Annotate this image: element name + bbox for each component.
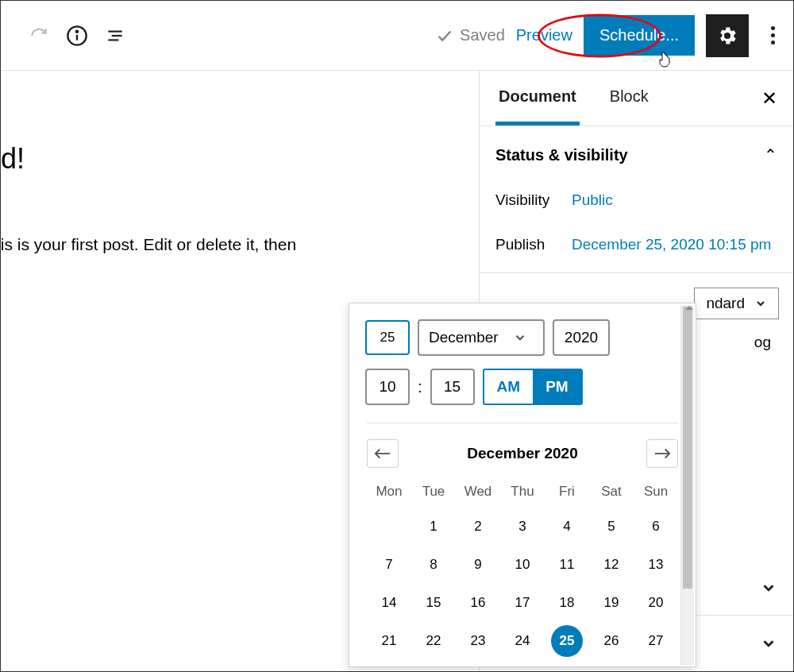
settings-button[interactable] (706, 14, 749, 57)
publish-label: Publish (495, 236, 572, 253)
redo-button[interactable] (25, 21, 53, 50)
calendar-day[interactable]: 6 (634, 511, 678, 543)
calendar-day[interactable]: 15 (411, 587, 456, 619)
year-input[interactable] (553, 319, 610, 356)
post-format-select[interactable]: ndard (694, 288, 779, 319)
calendar-grid: Mon Tue Wed Thu Fri Sat Sun 1 2 3 4 5 6 … (349, 474, 696, 666)
calendar-day[interactable]: 17 (500, 587, 545, 619)
pm-option[interactable]: PM (533, 370, 581, 404)
calendar-month-title: December 2020 (467, 445, 577, 462)
calendar-day[interactable]: 24 (500, 625, 545, 657)
dow: Thu (500, 479, 545, 504)
calendar-day[interactable]: 16 (456, 587, 500, 619)
calendar-day[interactable]: 3 (500, 511, 545, 543)
calendar-day[interactable]: 27 (634, 625, 678, 657)
am-option[interactable]: AM (484, 370, 534, 404)
datetime-popover: December : AM PM December 2020 Mon Tue W… (349, 303, 696, 667)
month-select[interactable]: December (418, 319, 545, 356)
tab-document[interactable]: Document (495, 71, 580, 126)
calendar-day[interactable]: 18 (545, 587, 589, 619)
calendar-day[interactable]: 22 (411, 625, 456, 657)
calendar-day[interactable]: 2 (456, 511, 500, 543)
calendar-day[interactable]: 12 (589, 549, 634, 581)
more-menu-button[interactable] (760, 17, 785, 55)
chevron-up-icon: ⌃ (764, 145, 777, 164)
dow: Fri (545, 479, 589, 504)
tab-block[interactable]: Block (607, 71, 652, 126)
svg-point-2 (76, 30, 78, 32)
visibility-label: Visibility (495, 191, 572, 209)
calendar-day[interactable]: 1 (411, 511, 456, 543)
preview-link[interactable]: Preview (516, 26, 572, 44)
calendar-day[interactable]: 5 (589, 511, 634, 543)
calendar-day[interactable]: 7 (367, 549, 411, 581)
calendar-day[interactable]: 14 (367, 587, 411, 619)
visibility-value[interactable]: Public (572, 191, 613, 209)
prev-month-button[interactable] (367, 439, 399, 468)
next-month-button[interactable] (646, 439, 678, 468)
panel-header[interactable]: Status & visibility ⌃ (495, 145, 777, 164)
dow: Tue (411, 479, 456, 504)
post-title[interactable]: d! (1, 142, 479, 176)
panel-title: Status & visibility (495, 146, 628, 164)
calendar-day[interactable]: 10 (500, 549, 545, 581)
editor-toolbar: Saved Preview Schedule... (1, 1, 793, 71)
ampm-toggle[interactable]: AM PM (483, 369, 583, 405)
calendar-day[interactable]: 20 (634, 587, 678, 619)
dow: Sat (589, 479, 634, 504)
format-value: ndard (706, 295, 745, 312)
panel-status-visibility: Status & visibility ⌃ Visibility Public … (480, 126, 793, 273)
dow: Wed (456, 479, 500, 504)
dow: Sun (634, 479, 678, 504)
hour-input[interactable] (365, 369, 410, 405)
saved-label: Saved (460, 26, 505, 44)
day-input[interactable] (365, 320, 410, 355)
calendar-day[interactable]: 13 (634, 549, 678, 581)
post-content[interactable]: ordPress. This is your first post. Edit … (1, 231, 479, 258)
info-icon[interactable] (63, 21, 91, 50)
calendar-day[interactable]: 23 (456, 625, 500, 657)
calendar-day[interactable]: 11 (545, 549, 589, 581)
close-sidebar-button[interactable]: ✕ (761, 87, 777, 110)
calendar-day[interactable]: 26 (589, 625, 634, 657)
calendar-day[interactable]: 19 (589, 587, 634, 619)
outline-icon[interactable] (101, 21, 129, 50)
calendar-day[interactable]: 21 (367, 625, 411, 657)
schedule-button[interactable]: Schedule... (584, 15, 695, 56)
calendar-day[interactable]: 4 (545, 511, 589, 543)
minute-input[interactable] (430, 369, 475, 405)
saved-status: Saved (436, 26, 505, 44)
calendar-day-selected[interactable]: 25 (551, 625, 583, 657)
calendar-day[interactable]: 8 (411, 549, 456, 581)
publish-value[interactable]: December 25, 2020 10:15 pm (572, 236, 771, 253)
other-fragment: og (754, 334, 771, 351)
time-colon: : (418, 378, 422, 396)
month-value: December (429, 329, 499, 346)
calendar-day[interactable]: 9 (456, 549, 500, 581)
dow: Mon (367, 479, 411, 504)
popover-scrollbar[interactable] (680, 305, 694, 665)
